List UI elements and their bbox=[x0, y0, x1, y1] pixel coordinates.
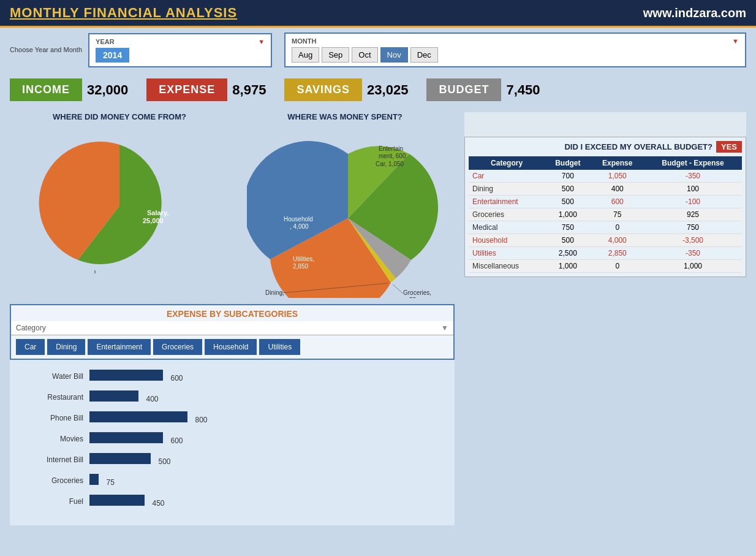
kpi-savings: SAVINGS 23,025 bbox=[284, 78, 408, 101]
household-pie-label: Household bbox=[284, 216, 313, 223]
year-control: YEAR ▼ 2014 bbox=[88, 33, 272, 67]
main-content: WHERE DID MONEY COME FROM? Salary, 25,00… bbox=[0, 107, 756, 530]
bar-fill bbox=[89, 453, 151, 464]
table-row: Groceries 1,000 75 925 bbox=[469, 208, 742, 221]
year-month-label: Choose Year and Month bbox=[10, 45, 82, 55]
dining-pie-label: Dining, bbox=[265, 289, 284, 296]
col-expense: Expense bbox=[591, 156, 644, 170]
expense-value: 8,975 bbox=[232, 82, 266, 98]
year-field-label: YEAR bbox=[96, 38, 115, 45]
bar-track: 500 bbox=[89, 453, 442, 467]
month-btn-aug[interactable]: Aug bbox=[292, 47, 319, 63]
bar-row: Movies 600 bbox=[22, 432, 442, 446]
bar-fill bbox=[89, 432, 163, 443]
budget-table: Category Budget Expense Budget - Expense… bbox=[469, 156, 742, 273]
month-btn-oct[interactable]: Oct bbox=[352, 47, 377, 63]
bar-label: Phone Bill bbox=[22, 414, 83, 422]
kpi-row: INCOME 32,000 EXPENSE 8,975 SAVINGS 23,0… bbox=[0, 72, 756, 107]
cell-expense: 4,000 bbox=[591, 234, 644, 247]
right-top-spacer bbox=[464, 112, 746, 137]
bar-track: 800 bbox=[89, 411, 442, 425]
income-pie-container: Salary, 25,000 Property Rent, 7,000 bbox=[10, 126, 229, 273]
income-chart-section: WHERE DID MONEY COME FROM? Salary, 25,00… bbox=[10, 112, 229, 298]
household-pie-value: , 4,000 bbox=[290, 223, 309, 230]
expense-chart-title: WHERE WAS MONEY SPENT? bbox=[235, 112, 455, 121]
cell-diff: 1,000 bbox=[644, 260, 742, 273]
cell-budget: 1,000 bbox=[545, 208, 591, 221]
bar-value: 800 bbox=[195, 416, 207, 424]
utilities-pie-value: 2,850 bbox=[293, 263, 308, 270]
controls-row: Choose Year and Month YEAR ▼ 2014 MONTH … bbox=[0, 28, 756, 72]
cell-budget: 750 bbox=[545, 221, 591, 234]
table-row: Medical 750 0 750 bbox=[469, 221, 742, 234]
cell-expense: 0 bbox=[591, 221, 644, 234]
cell-diff: 925 bbox=[644, 208, 742, 221]
bar-row: Fuel 450 bbox=[22, 495, 442, 508]
cell-diff: -3,500 bbox=[644, 234, 742, 247]
month-filter-icon: ▼ bbox=[732, 37, 739, 45]
groceries-pie-label: Groceries, bbox=[403, 289, 431, 296]
table-row: Miscellaneous 1,000 0 1,000 bbox=[469, 260, 742, 273]
bar-row: Restaurant 400 bbox=[22, 390, 442, 404]
bar-label: Internet Bill bbox=[22, 455, 83, 464]
subcat-btn-car[interactable]: Car bbox=[16, 339, 45, 355]
cell-category: Miscellaneous bbox=[469, 260, 545, 273]
page-title: MONTHLY FINANCIAL ANALYSIS bbox=[10, 5, 237, 21]
bar-label: Restaurant bbox=[22, 393, 83, 402]
subcat-btn-groceries[interactable]: Groceries bbox=[153, 339, 202, 355]
year-filter-icon: ▼ bbox=[258, 38, 265, 45]
brand-label: www.indzara.com bbox=[643, 6, 746, 20]
cell-expense: 1,050 bbox=[591, 170, 644, 183]
cell-category: Entertainment bbox=[469, 196, 545, 208]
table-row: Utilities 2,500 2,850 -350 bbox=[469, 247, 742, 260]
budget-yes: YES bbox=[716, 141, 742, 153]
subcat-btn-household[interactable]: Household bbox=[205, 339, 257, 355]
table-row: Car 700 1,050 -350 bbox=[469, 170, 742, 183]
bar-label: Fuel bbox=[22, 497, 83, 506]
bar-value: 600 bbox=[170, 436, 183, 445]
subcat-filter-label: Category bbox=[16, 324, 46, 332]
month-btn-nov[interactable]: Nov bbox=[380, 47, 408, 63]
subcat-btn-utilities[interactable]: Utilities bbox=[259, 339, 300, 355]
subcat-buttons: CarDiningEntertainmentGroceriesHousehold… bbox=[11, 335, 453, 359]
cell-diff: 750 bbox=[644, 221, 742, 234]
cell-category: Utilities bbox=[469, 247, 545, 260]
month-btn-sep[interactable]: Sep bbox=[322, 47, 349, 63]
expense-chart-section: WHERE WAS MONEY SPENT? bbox=[235, 112, 455, 298]
bar-row: Water Bill 600 bbox=[22, 370, 442, 383]
savings-label: SAVINGS bbox=[284, 78, 362, 101]
header: MONTHLY FINANCIAL ANALYSIS www.indzara.c… bbox=[0, 0, 756, 28]
col-budget: Budget bbox=[545, 156, 591, 170]
month-control: MONTH ▼ AugSepOctNovDec bbox=[284, 32, 746, 67]
cell-diff: -100 bbox=[644, 196, 742, 208]
table-row: Dining 500 400 100 bbox=[469, 183, 742, 196]
bar-track: 450 bbox=[89, 495, 442, 508]
subcat-btn-entertainment[interactable]: Entertainment bbox=[88, 339, 151, 355]
bar-fill bbox=[89, 474, 99, 485]
subcat-filter-icon: ▼ bbox=[441, 324, 448, 332]
year-value[interactable]: 2014 bbox=[96, 48, 129, 63]
table-row: Entertainment 500 600 -100 bbox=[469, 196, 742, 208]
subcat-btn-dining[interactable]: Dining bbox=[47, 339, 85, 355]
month-buttons: AugSepOctNovDec bbox=[292, 47, 739, 63]
cell-budget: 500 bbox=[545, 183, 591, 196]
bar-value: 500 bbox=[158, 457, 170, 466]
budget-label: BUDGET bbox=[426, 78, 501, 101]
bar-row: Phone Bill 800 bbox=[22, 411, 442, 425]
bar-label: Movies bbox=[22, 435, 83, 443]
bar-value: 450 bbox=[152, 499, 164, 508]
subcategories-section: EXPENSE BY SUBCATEGORIES Category ▼ CarD… bbox=[10, 304, 455, 360]
savings-value: 23,025 bbox=[367, 82, 408, 98]
cell-budget: 700 bbox=[545, 170, 591, 183]
cell-category: Medical bbox=[469, 221, 545, 234]
bar-chart-section: Water Bill 600 Restaurant 400 Phone Bill… bbox=[10, 360, 455, 525]
cell-budget: 500 bbox=[545, 234, 591, 247]
salary-value: 25,000 bbox=[143, 217, 164, 224]
cell-budget: 1,000 bbox=[545, 260, 591, 273]
expense-pie-container: Car, 1,050 Entertain ment, 600 Household… bbox=[235, 126, 455, 298]
month-btn-dec[interactable]: Dec bbox=[410, 47, 438, 63]
kpi-expense: EXPENSE 8,975 bbox=[146, 78, 266, 101]
budget-section: DID I EXCEED MY OVERALL BUDGET? YES Cate… bbox=[464, 137, 746, 277]
subcat-filter-row: Category ▼ bbox=[11, 321, 453, 335]
income-chart-title: WHERE DID MONEY COME FROM? bbox=[10, 112, 229, 121]
